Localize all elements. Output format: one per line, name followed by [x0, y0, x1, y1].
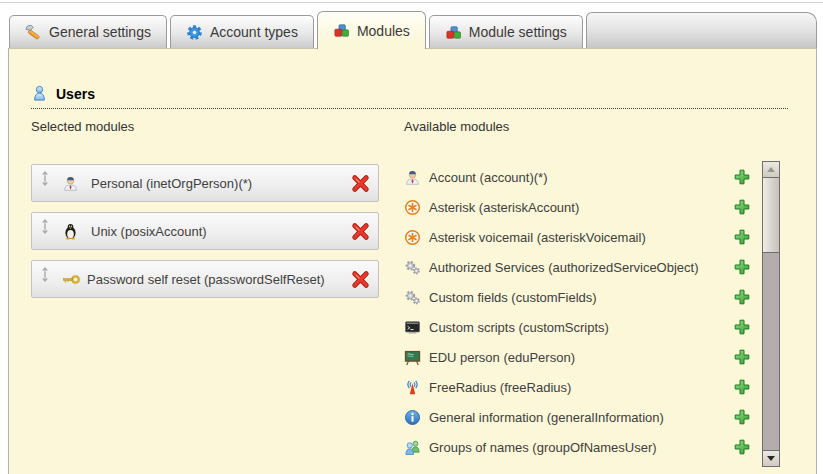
scroll-up-button[interactable]	[763, 162, 779, 178]
module-label: Asterisk voicemail (asteriskVoicemail)	[429, 230, 646, 245]
available-module-row: Groups of names (groupOfNamesUser)	[404, 432, 751, 462]
module-label: Asterisk (asteriskAccount)	[429, 200, 579, 215]
available-module-row: Custom fields (customFields)	[404, 282, 751, 312]
add-icon[interactable]	[733, 318, 751, 336]
module-label: General information (generalInformation)	[429, 410, 664, 425]
modules-icon	[445, 24, 462, 41]
drag-handle-icon[interactable]	[40, 267, 50, 282]
selected-module-row[interactable]: Personal (inetOrgPerson)(*)	[31, 164, 379, 202]
scroll-down-button[interactable]	[763, 450, 779, 466]
gears-icon	[404, 289, 421, 306]
add-icon[interactable]	[733, 168, 751, 186]
person-icon	[62, 175, 79, 192]
section-title: Users	[56, 86, 95, 102]
info-icon	[404, 409, 421, 426]
available-module-row: FreeRadius (freeRadius)	[404, 372, 751, 402]
tab-label: General settings	[49, 24, 151, 40]
key-icon	[62, 271, 81, 288]
tab-label: Module settings	[469, 24, 567, 40]
tab-label: Modules	[357, 23, 410, 39]
add-icon[interactable]	[733, 378, 751, 396]
add-icon[interactable]	[733, 198, 751, 216]
group-icon	[404, 439, 421, 456]
selected-modules-label: Selected modules	[31, 119, 379, 135]
asterisk-icon	[404, 229, 421, 246]
available-module-row: Asterisk voicemail (asteriskVoicemail)	[404, 222, 751, 252]
tab-module-settings[interactable]: Module settings	[429, 15, 583, 48]
window-top-border	[0, 2, 823, 3]
chalkboard-icon	[404, 349, 421, 366]
selected-modules-list: Personal (inetOrgPerson)(*)	[31, 164, 379, 298]
available-module-row: Asterisk (asteriskAccount)	[404, 192, 751, 222]
module-label: Password self reset (passwordSelfReset)	[87, 272, 325, 287]
module-label: FreeRadius (freeRadius)	[429, 380, 571, 395]
module-label: Custom scripts (customScripts)	[429, 320, 609, 335]
delete-icon[interactable]	[351, 222, 370, 241]
scrollbar-thumb[interactable]	[763, 178, 779, 253]
add-icon[interactable]	[733, 258, 751, 276]
gear-icon	[186, 24, 203, 41]
settings-tabbar: General settings Account types Modules M…	[9, 10, 817, 48]
module-label: EDU person (eduPerson)	[429, 350, 575, 365]
antenna-icon	[404, 379, 421, 396]
add-icon[interactable]	[733, 438, 751, 456]
module-label: Authorized Services (authorizedServiceOb…	[429, 260, 699, 275]
add-icon[interactable]	[733, 288, 751, 306]
drag-handle-icon[interactable]	[40, 171, 50, 186]
user-icon	[31, 85, 48, 102]
scrollbar-track[interactable]	[763, 253, 779, 450]
delete-icon[interactable]	[351, 174, 370, 193]
add-icon[interactable]	[733, 228, 751, 246]
gears-icon	[404, 259, 421, 276]
up-arrow-icon	[767, 167, 775, 172]
down-arrow-icon	[767, 456, 775, 461]
delete-icon[interactable]	[351, 270, 370, 289]
available-modules-list: Account (account)(*)	[404, 162, 751, 462]
available-module-row: Account (account)(*)	[404, 162, 751, 192]
modules-panel: Users Selected modules	[8, 48, 817, 474]
tabbar-filler	[586, 12, 817, 48]
add-icon[interactable]	[733, 348, 751, 366]
available-modules-scrollbar[interactable]	[762, 161, 780, 467]
module-label: Unix (posixAccount)	[91, 224, 207, 239]
tab-general-settings[interactable]: General settings	[9, 15, 167, 48]
available-module-row: General information (generalInformation)	[404, 402, 751, 432]
wrench-icon	[25, 24, 42, 41]
available-module-row: Custom scripts (customScripts)	[404, 312, 751, 342]
modules-icon	[333, 22, 350, 39]
selected-modules-column: Selected modules Personal (inetOrgPer	[31, 119, 379, 462]
person-icon	[404, 169, 421, 186]
tux-icon	[62, 223, 79, 240]
tab-account-types[interactable]: Account types	[170, 15, 314, 48]
available-module-row: Authorized Services (authorizedServiceOb…	[404, 252, 751, 282]
asterisk-icon	[404, 199, 421, 216]
add-icon[interactable]	[733, 408, 751, 426]
available-module-row: EDU person (eduPerson)	[404, 342, 751, 372]
tab-modules[interactable]: Modules	[317, 11, 426, 49]
drag-handle-icon[interactable]	[40, 219, 50, 234]
module-label: Custom fields (customFields)	[429, 290, 597, 305]
available-modules-column: Available modules Account (account)(*)	[404, 119, 751, 462]
module-label: Groups of names (groupOfNamesUser)	[429, 440, 657, 455]
selected-module-row[interactable]: Unix (posixAccount)	[31, 212, 379, 250]
available-modules-label: Available modules	[404, 119, 751, 135]
module-label: Account (account)(*)	[429, 170, 548, 185]
selected-module-row[interactable]: Password self reset (passwordSelfReset)	[31, 260, 379, 298]
module-label: Personal (inetOrgPerson)(*)	[91, 176, 252, 191]
terminal-icon	[404, 319, 421, 336]
users-section-header: Users	[31, 85, 788, 109]
tab-label: Account types	[210, 24, 298, 40]
